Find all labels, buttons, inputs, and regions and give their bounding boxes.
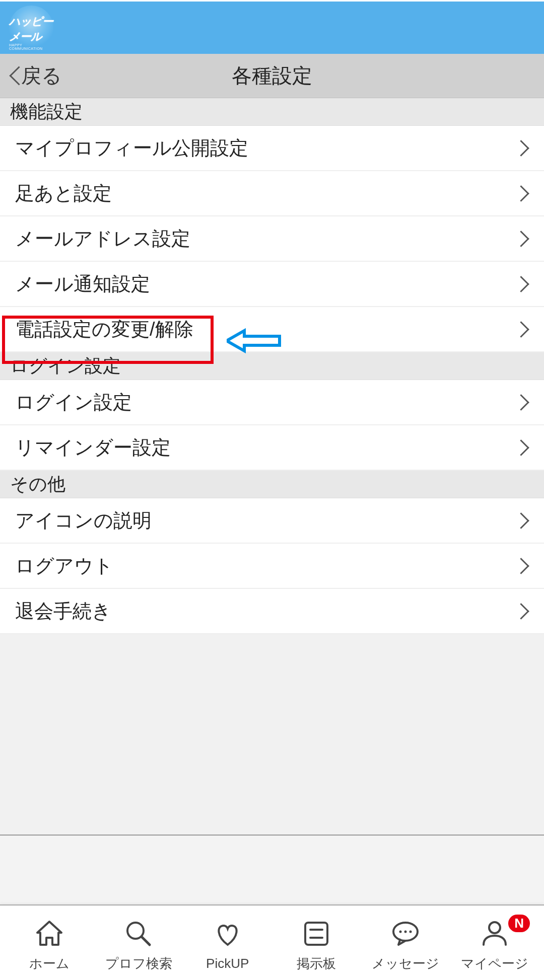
nav-label: マイページ: [461, 955, 528, 972]
section-other-list: アイコンの説明 ログアウト 退会手続き: [0, 498, 544, 634]
bottom-navigation: ホーム プロフ検索 PickUP 掲示板 メッセージ マイページ N: [0, 904, 544, 980]
nav-label: メッセージ: [372, 955, 439, 972]
heart-icon: [212, 915, 244, 955]
section-login-list: ログイン設定 リマインダー設定: [0, 380, 544, 471]
item-withdrawal[interactable]: 退会手続き: [0, 589, 544, 634]
item-icon-explanation[interactable]: アイコンの説明: [0, 498, 544, 544]
nav-label: ホーム: [29, 955, 70, 972]
logo-sub-text: HAPPY COMMUNICATION: [9, 43, 53, 50]
nav-label: 掲示板: [297, 955, 336, 972]
svg-line-1: [142, 937, 150, 945]
chevron-right-icon: [520, 394, 529, 411]
chevron-right-icon: [520, 321, 529, 338]
chevron-right-icon: [520, 185, 529, 202]
list-item-label: ログイン設定: [15, 390, 132, 415]
svg-rect-2: [305, 923, 327, 945]
chevron-right-icon: [520, 512, 529, 529]
nav-label: PickUP: [206, 956, 249, 971]
message-icon: [389, 914, 422, 954]
section-function-list: マイプロフィール公開設定 足あと設定 メールアドレス設定 メール通知設定 電話設…: [0, 126, 544, 352]
list-item-label: ログアウト: [15, 553, 113, 579]
item-footprint-settings[interactable]: 足あと設定: [0, 171, 544, 216]
nav-board[interactable]: 掲示板: [272, 914, 361, 972]
nav-pickup[interactable]: PickUP: [183, 915, 272, 971]
app-logo[interactable]: ハッピーメール HAPPY COMMUNICATION: [9, 6, 53, 50]
back-button[interactable]: 戻る: [9, 62, 62, 90]
list-item-label: 退会手続き: [15, 598, 111, 624]
svg-point-8: [410, 930, 412, 933]
person-icon: [479, 914, 511, 954]
nav-mypage[interactable]: マイページ N: [450, 914, 539, 972]
item-logout[interactable]: ログアウト: [0, 544, 544, 589]
content-area: 戻る 各種設定 機能設定 マイプロフィール公開設定 足あと設定 メールアドレス設…: [0, 54, 544, 904]
chevron-right-icon: [520, 230, 529, 247]
home-icon: [33, 914, 65, 954]
item-phone-settings[interactable]: 電話設定の変更/解除: [0, 307, 544, 352]
item-mail-notification-settings[interactable]: メール通知設定: [0, 262, 544, 307]
item-profile-visibility[interactable]: マイプロフィール公開設定: [0, 126, 544, 171]
chevron-right-icon: [520, 139, 529, 157]
item-reminder-settings[interactable]: リマインダー設定: [0, 425, 544, 471]
svg-point-7: [404, 930, 407, 933]
chevron-right-icon: [520, 557, 529, 574]
chevron-right-icon: [520, 275, 529, 292]
search-icon: [122, 914, 155, 954]
svg-point-9: [489, 922, 500, 933]
notification-badge: N: [508, 915, 530, 932]
chevron-right-icon: [520, 602, 529, 620]
list-item-label: 足あと設定: [15, 181, 112, 206]
page-header: 戻る 各種設定: [0, 54, 544, 98]
chevron-left-icon: [9, 67, 18, 85]
list-item-label: リマインダー設定: [15, 435, 171, 461]
section-login-header: ログイン設定: [0, 352, 544, 380]
list-item-label: マイプロフィール公開設定: [15, 135, 248, 161]
list-item-label: アイコンの説明: [15, 508, 152, 534]
app-banner: ハッピーメール HAPPY COMMUNICATION: [0, 2, 544, 54]
nav-label: プロフ検索: [105, 955, 172, 972]
page-title: 各種設定: [232, 62, 312, 90]
list-item-label: メール通知設定: [15, 271, 150, 297]
list-item-label: メールアドレス設定: [15, 226, 190, 252]
section-other-header: その他: [0, 471, 544, 498]
nav-messages[interactable]: メッセージ: [361, 914, 450, 972]
svg-point-6: [399, 930, 402, 933]
empty-area: [0, 634, 544, 836]
chevron-right-icon: [520, 439, 529, 456]
item-mail-address-settings[interactable]: メールアドレス設定: [0, 216, 544, 262]
section-function-header: 機能設定: [0, 98, 544, 126]
list-item-label: 電話設定の変更/解除: [15, 317, 193, 342]
item-login-settings[interactable]: ログイン設定: [0, 380, 544, 425]
nav-profile-search[interactable]: プロフ検索: [94, 914, 183, 972]
nav-home[interactable]: ホーム: [5, 914, 94, 972]
board-icon: [300, 914, 332, 954]
logo-main-text: ハッピーメール: [9, 14, 53, 44]
